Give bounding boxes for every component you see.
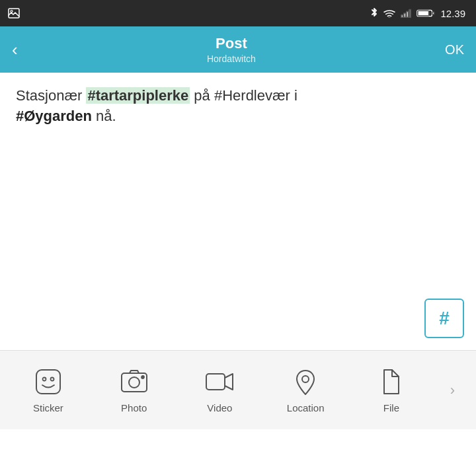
header: ‹ Post Hordatwitch OK: [0, 26, 476, 73]
status-time: 12.39: [440, 8, 465, 19]
wifi-icon: [383, 9, 395, 18]
status-icons: 12.39: [370, 8, 465, 19]
ok-button[interactable]: OK: [445, 42, 464, 57]
text-middle: på #Herdlevær i: [190, 87, 298, 104]
svg-point-17: [302, 376, 309, 382]
toolbar-item-sticker[interactable]: Sticker: [19, 367, 78, 413]
sticker-icon: [33, 367, 63, 397]
hash-button[interactable]: #: [424, 299, 464, 338]
location-label: Location: [287, 402, 325, 413]
svg-rect-3: [401, 15, 403, 18]
photo-label: Photo: [121, 402, 147, 413]
text-suffix: nå.: [92, 108, 116, 124]
video-label: Video: [207, 402, 232, 413]
svg-rect-8: [418, 11, 429, 15]
sticker-label: Sticker: [33, 402, 63, 413]
svg-rect-10: [36, 370, 60, 394]
signal-icon: [401, 9, 411, 18]
svg-rect-4: [404, 13, 406, 17]
back-button[interactable]: ‹: [12, 41, 18, 58]
content-area: Stasjonær #tartarpiplerke på #Herdlevær …: [0, 73, 476, 350]
svg-point-12: [50, 378, 54, 381]
svg-point-11: [42, 378, 46, 381]
toolbar-item-file[interactable]: File: [362, 367, 421, 413]
bottom-toolbar: Sticker Photo Video: [0, 350, 476, 429]
header-center: Post Hordatwitch: [18, 35, 445, 64]
toolbar-item-location[interactable]: Location: [276, 367, 335, 413]
image-icon: [8, 8, 20, 18]
hash-symbol: #: [439, 308, 450, 329]
post-text[interactable]: Stasjonær #tartarpiplerke på #Herdlevær …: [16, 86, 460, 127]
toolbar-item-video[interactable]: Video: [190, 367, 249, 413]
svg-rect-16: [206, 374, 225, 390]
header-subtitle: Hordatwitch: [18, 54, 445, 64]
status-bar: 12.39: [0, 0, 476, 26]
svg-rect-5: [407, 11, 409, 17]
svg-rect-6: [409, 10, 411, 18]
file-icon: [376, 367, 407, 397]
hashtag-tartarpiplerke: #tartarpiplerke: [86, 87, 190, 104]
file-label: File: [383, 402, 399, 413]
svg-point-1: [11, 11, 13, 13]
photo-icon: [119, 367, 149, 397]
header-title: Post: [18, 35, 445, 52]
video-icon: [204, 367, 235, 397]
svg-point-14: [129, 377, 139, 388]
toolbar-item-photo[interactable]: Photo: [104, 367, 164, 413]
location-icon: [290, 367, 321, 397]
svg-point-2: [389, 17, 390, 18]
text-prefix: Stasjonær: [16, 87, 86, 104]
hashtag-oygarden: #Øygarden: [16, 108, 92, 124]
svg-rect-9: [432, 12, 434, 15]
svg-point-15: [141, 376, 144, 378]
battery-icon: [416, 9, 435, 18]
bluetooth-icon: [370, 8, 378, 18]
toolbar-more-button[interactable]: ›: [448, 382, 457, 399]
